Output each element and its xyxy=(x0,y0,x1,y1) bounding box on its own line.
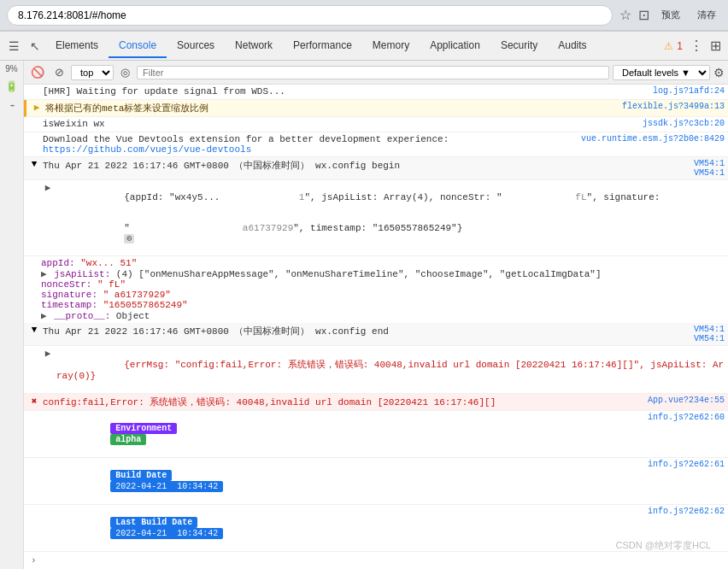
object-timestamp-row: timestamp: "1650557865249" xyxy=(41,300,728,310)
jsapilist-expand[interactable]: ▶ xyxy=(41,269,47,279)
devtools-inspect-button[interactable]: ↖ xyxy=(25,36,45,56)
console-row-weixin: isWeixin wx jssdk.js?c3cb:20 xyxy=(24,117,728,132)
main-area: 9% 🔋 ··· 🚫 ⊘ top ◎ Default levels ▼ ⚙ xyxy=(0,61,728,569)
object-appid-row: appId: "wx... 51" xyxy=(41,258,728,268)
log-level-select[interactable]: Default levels ▼ xyxy=(613,65,710,80)
console-source-config-begin[interactable]: VM54:1 VM54:1 xyxy=(694,159,725,178)
console-source-weixin[interactable]: jssdk.js?c3cb:20 xyxy=(643,119,725,128)
devtools-dock-button[interactable]: ⊞ xyxy=(707,38,725,54)
console-row-vue: Download the Vue Devtools extension for … xyxy=(24,132,728,157)
console-row-object-config: ▶ {appId: "wx4y5... 1", jsApiList: Array… xyxy=(24,180,728,256)
console-msg-object-collapsed: {appId: "wx4y5... 1", jsApiList: Array(4… xyxy=(56,182,725,254)
star-icon[interactable]: ☆ xyxy=(619,7,631,23)
warning-count: 1 xyxy=(677,40,683,52)
console-msg-hmr: [HMR] Waiting for update signal from WDS… xyxy=(43,86,649,97)
tab-memory[interactable]: Memory xyxy=(362,34,420,58)
timestamp-val: "1650557865249" xyxy=(103,300,188,310)
console-no-entry-button[interactable]: ⊘ xyxy=(51,64,68,80)
devtools-more-button[interactable]: ⋮ xyxy=(686,38,707,54)
tab-performance[interactable]: Performance xyxy=(283,34,362,58)
url-text: 8.176.214:8081/#/home xyxy=(18,9,126,21)
sidebar-battery-icon: 🔋 xyxy=(5,80,18,92)
console-clear-button[interactable]: 🚫 xyxy=(27,64,48,80)
badge-environment: Environment xyxy=(110,423,177,434)
console-row-hmr: [HMR] Waiting for update signal from WDS… xyxy=(24,85,728,100)
badge-alpha: alpha xyxy=(110,434,146,445)
console-msg-build-date: Build Date 2022-04-21 10:34:42 xyxy=(43,460,644,502)
console-msg-error: config:fail,Error: 系统错误，错误码: 40048,inval… xyxy=(43,396,644,408)
console-content: [HMR] Waiting for update signal from WDS… xyxy=(24,85,728,569)
console-source-vue[interactable]: vue.runtime.esm.js?2b0e:8429 xyxy=(581,134,725,144)
tab-sources[interactable]: Sources xyxy=(167,34,225,58)
console-source-environment[interactable]: info.js?2e62:60 xyxy=(648,413,725,422)
group-expand-icon[interactable]: ▼ xyxy=(27,159,41,169)
console-source-config-end[interactable]: VM54:1 VM54:1 xyxy=(694,325,725,343)
badge-build-date-value: 2022-04-21 10:34:42 xyxy=(110,481,223,492)
tab-console[interactable]: Console xyxy=(109,34,167,58)
tab-audits[interactable]: Audits xyxy=(548,34,596,58)
badge-build-date-label: Build Date xyxy=(110,470,172,481)
context-select[interactable]: top xyxy=(71,65,114,80)
tab-network[interactable]: Network xyxy=(225,34,283,58)
console-msg-vue: Download the Vue Devtools extension for … xyxy=(43,134,578,155)
signature-key: signature: xyxy=(41,290,103,300)
console-row-error-text: ✖ config:fail,Error: 系统错误，错误码: 40048,inv… xyxy=(24,394,728,411)
filter-input[interactable] xyxy=(137,66,609,79)
proto-expand[interactable]: ▶ xyxy=(41,311,47,321)
console-row-config-begin-header: ▼ Thu Apr 21 2022 16:17:46 GMT+0800 （中国标… xyxy=(24,157,728,180)
console-row-errmsg: ▶ {errMsg: "config:fail,Error: 系统错误，错误码:… xyxy=(24,346,728,394)
sidebar-percent: 9% xyxy=(5,64,17,73)
tab-security[interactable]: Security xyxy=(490,34,548,58)
object-proto-row: ▶ __proto__: Object xyxy=(41,310,728,321)
object-noncestr-row: nonceStr: " fL" xyxy=(41,279,728,290)
console-source-build-date[interactable]: info.js?2e62:61 xyxy=(648,460,725,469)
console-msg-config-begin: Thu Apr 21 2022 16:17:46 GMT+0800 （中国标准时… xyxy=(43,159,690,172)
appid-key: appId: xyxy=(41,258,80,268)
jsapilist-val: (4) ["onMenuShareAppMessage", "onMenuSha… xyxy=(116,269,602,279)
object-signature-row: signature: " a61737929" xyxy=(41,290,728,300)
console-row-environment: Environment alpha info.js?2e62:60 xyxy=(24,411,728,458)
badge-last-build-date-value: 2022-04-21 10:34:42 xyxy=(110,528,223,539)
console-source-hmr[interactable]: log.js?1afd:24 xyxy=(653,86,725,96)
sidebar-left: 9% 🔋 ··· xyxy=(0,61,24,569)
console-msg-warning: 将根据已有的meta标签来设置缩放比例 xyxy=(45,102,619,114)
watermark: CSDN @绝对零度HCL xyxy=(616,539,711,552)
noncestr-val: " fL" xyxy=(97,279,126,290)
console-source-error[interactable]: App.vue?234e:55 xyxy=(648,396,725,405)
console-msg-environment: Environment alpha xyxy=(43,413,644,455)
warning-triangle-icon: ⚠ xyxy=(664,40,673,52)
console-eye-button[interactable]: ◎ xyxy=(117,64,133,80)
proto-val: Object xyxy=(116,311,150,321)
url-bar[interactable]: 8.176.214:8081/#/home xyxy=(7,5,613,26)
tab-application[interactable]: Application xyxy=(420,34,490,58)
console-msg-errmsg: {errMsg: "config:fail,Error: 系统错误，错误码: 4… xyxy=(56,348,725,391)
console-msg-config-end: Thu Apr 21 2022 16:17:46 GMT+0800 （中国标准时… xyxy=(43,325,690,337)
errmsg-expand-icon[interactable]: ▶ xyxy=(41,348,55,359)
devtools-tabs-bar: ☰ ↖ Elements Console Sources Network Per… xyxy=(0,32,728,61)
object-expand-icon[interactable]: ▶ xyxy=(41,182,55,193)
console-source-last-build-date[interactable]: info.js?2e62:62 xyxy=(648,507,725,516)
console-object-tree: appId: "wx... 51" ▶ jsApiList: (4) ["onM… xyxy=(24,256,728,323)
copy-icon[interactable]: ⊡ xyxy=(638,7,649,23)
warning-expand-icon[interactable]: ▶ xyxy=(30,102,44,113)
badge-last-build-date-label: Last Build Date xyxy=(110,517,197,528)
console-row-build-date: Build Date 2022-04-21 10:34:42 info.js?2… xyxy=(24,458,728,505)
clear-button[interactable]: 清存 xyxy=(692,7,721,23)
signature-val: " a61737929" xyxy=(103,290,171,300)
timestamp-key: timestamp: xyxy=(41,300,103,310)
sidebar-dots: ··· xyxy=(9,99,13,111)
devtools-toggle-button[interactable]: ☰ xyxy=(3,36,25,56)
appid-val: "wx... 51" xyxy=(80,258,137,268)
preview-button[interactable]: 预览 xyxy=(656,7,685,23)
error-icon: ✖ xyxy=(27,396,41,407)
console-row-warning: ▶ 将根据已有的meta标签来设置缩放比例 flexible.js?3499a:… xyxy=(24,100,728,117)
jsapilist-key: jsApiList: xyxy=(54,269,116,279)
console-settings-button[interactable]: ⚙ xyxy=(713,66,725,79)
console-msg-weixin: isWeixin wx xyxy=(43,119,639,129)
console-msg-last-build-date: Last Build Date 2022-04-21 10:34:42 xyxy=(43,507,644,549)
group-expand-icon-2[interactable]: ▼ xyxy=(27,325,41,335)
tab-elements[interactable]: Elements xyxy=(45,34,109,58)
console-prompt-row: › xyxy=(24,552,728,569)
vue-devtools-link[interactable]: https://github.com/vuejs/vue-devtools xyxy=(43,144,251,155)
console-source-warning[interactable]: flexible.js?3499a:13 xyxy=(622,102,725,111)
